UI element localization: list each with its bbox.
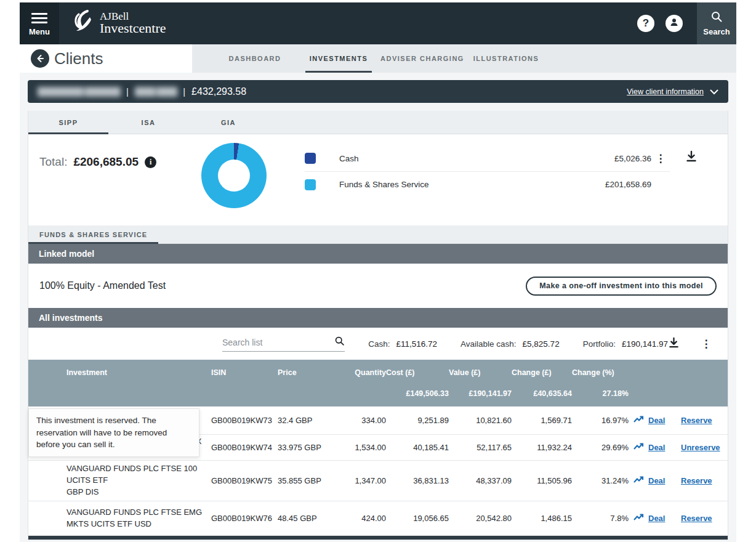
reserve-link[interactable]: Reserve xyxy=(681,416,712,425)
content-area: █████████ ███████ | ████ ████ | £432,293… xyxy=(20,73,736,542)
unreserve-link[interactable]: Unreserve xyxy=(681,443,720,452)
col-isin: ISIN xyxy=(211,367,278,389)
col-quantity: Quantity xyxy=(332,367,386,389)
help-button[interactable]: ? xyxy=(637,15,654,32)
cost: 9,251.89 xyxy=(386,416,449,425)
chevron-down-icon[interactable] xyxy=(710,86,718,97)
kebab-menu-icon[interactable]: ⋮ xyxy=(697,339,715,349)
menu-button[interactable]: Menu xyxy=(20,2,59,44)
tab-adviser-charging[interactable]: ADVISER CHARGING xyxy=(380,44,464,73)
change: 1,486.15 xyxy=(512,514,572,523)
kebab-menu-icon[interactable]: ⋮ xyxy=(651,153,670,164)
deal-link[interactable]: Deal xyxy=(648,514,665,523)
isin: GB00B019KW73 xyxy=(211,416,278,425)
cash-value: £11,516.72 xyxy=(396,339,437,349)
change: 1,569.71 xyxy=(512,416,572,425)
total-cost: £149,506.33 xyxy=(386,389,449,398)
allocation-donut-chart xyxy=(201,143,267,208)
client-name-redacted: █████████ ███████ xyxy=(38,87,120,96)
reserve-link[interactable]: Reserve xyxy=(681,514,712,523)
reserved-tooltip: This investment is reserved. The reserva… xyxy=(28,408,199,457)
cost: 36,831.13 xyxy=(386,476,449,485)
model-name: 100% Equity - Amended Test xyxy=(39,280,526,291)
price: 48.45 GBP xyxy=(278,514,332,523)
change: 11,505.96 xyxy=(512,476,572,485)
search-list-field[interactable] xyxy=(222,336,345,352)
clients-back[interactable]: Clients xyxy=(20,44,192,73)
tab-investments[interactable]: INVESTMENTS xyxy=(297,44,380,73)
tab-sipp[interactable]: SIPP xyxy=(28,111,108,134)
total-value: £206,685.05 xyxy=(73,155,139,169)
value: 52,117.65 xyxy=(449,443,512,452)
col-change-pct: Change (%) xyxy=(572,367,629,389)
value: 10,821.60 xyxy=(449,416,512,425)
change-pct: 29.69% xyxy=(572,443,629,452)
tab-funds-shares-service[interactable]: FUNDS & SHARES SERVICE xyxy=(28,225,158,243)
col-change: Change (£) xyxy=(512,367,572,389)
brand-line2: Investcentre xyxy=(100,22,166,35)
total-label: Total: xyxy=(39,155,67,169)
reserve-link[interactable]: Reserve xyxy=(681,476,712,485)
all-investments-header: All investments xyxy=(28,308,728,328)
cash-color-swatch xyxy=(305,153,316,164)
nav-row: Clients DASHBOARD INVESTMENTS ADVISER CH… xyxy=(20,44,736,73)
one-off-investment-button[interactable]: Make a one-off investment into this mode… xyxy=(526,277,717,296)
tab-dashboard[interactable]: DASHBOARD xyxy=(213,44,297,73)
investment-name: VANGUARD FUNDS PLC FTSE EMG MKTS UCITS E… xyxy=(66,507,211,530)
page-tabs: DASHBOARD INVESTMENTS ADVISER CHARGING I… xyxy=(192,44,736,73)
deal-link[interactable]: Deal xyxy=(648,443,665,452)
price: 33.975 GBP xyxy=(278,443,332,452)
legend-row-cash: Cash £5,026.36 ⋮ xyxy=(305,145,670,171)
col-investment: Investment xyxy=(66,367,211,389)
profile-button[interactable] xyxy=(666,15,683,32)
cropped-next-section xyxy=(28,536,728,540)
cost: 19,056.65 xyxy=(386,514,449,523)
funds-shares-color-swatch xyxy=(305,179,316,190)
deal-link[interactable]: Deal xyxy=(648,416,665,425)
price: 35.855 GBP xyxy=(278,476,332,485)
portfolio-label: Portfolio: xyxy=(583,339,616,349)
trend-up-icon xyxy=(633,514,644,523)
legend-value: £201,658.69 xyxy=(605,180,651,189)
service-tabs: FUNDS & SHARES SERVICE xyxy=(28,225,728,244)
allocation-legend: Cash £5,026.36 ⋮ Funds & Shares Service … xyxy=(305,134,670,225)
brand-text: AJBell Investcentre xyxy=(100,11,166,36)
legend-row-funds-shares: Funds & Shares Service £201,658.69 ⋮ xyxy=(305,171,670,197)
isin: GB00B019KW75 xyxy=(211,476,278,485)
account-summary: Total: £206,685.05 i Cash £5,026.36 ⋮ xyxy=(28,134,728,225)
total-change: £40,635.64 xyxy=(512,389,572,398)
quantity: 424.00 xyxy=(332,514,386,523)
back-arrow-icon[interactable] xyxy=(31,49,49,68)
portfolio-value: £190,141.97 xyxy=(622,339,668,349)
available-cash-label: Available cash: xyxy=(460,339,517,349)
trend-up-icon xyxy=(633,443,644,452)
investments-table-header: Investment ISIN Price Quantity Cost (£) … xyxy=(28,360,728,407)
deal-link[interactable]: Deal xyxy=(648,476,665,485)
cost: 40,185.41 xyxy=(386,443,449,452)
question-icon: ? xyxy=(643,17,649,30)
change-pct: 7.8% xyxy=(572,514,629,523)
linked-model-row: 100% Equity - Amended Test Make a one-of… xyxy=(28,264,728,308)
tab-isa[interactable]: ISA xyxy=(108,111,188,134)
investment-name: VANGUARD FUNDS PLC FTSE 100 UCITS ETF GB… xyxy=(66,463,211,498)
download-icon[interactable] xyxy=(668,337,680,351)
tab-illustrations[interactable]: ILLUSTRATIONS xyxy=(464,44,548,73)
view-client-information-link[interactable]: View client information xyxy=(627,87,704,96)
separator: | xyxy=(126,86,129,97)
linked-model-header: Linked model xyxy=(28,244,728,264)
search-icon xyxy=(334,336,345,349)
account-tabs: SIPP ISA GIA xyxy=(28,111,728,134)
trend-up-icon xyxy=(633,416,644,425)
hamburger-icon xyxy=(31,10,47,26)
price: 32.4 GBP xyxy=(278,416,332,425)
cash-label: Cash: xyxy=(368,339,390,349)
tab-gia[interactable]: GIA xyxy=(188,111,268,134)
download-icon[interactable] xyxy=(685,150,698,225)
search-button[interactable]: Search xyxy=(697,2,736,44)
investments-toolbar: Cash: £11,516.72 Available cash: £5,825.… xyxy=(28,328,728,360)
value: 20,542.80 xyxy=(449,514,512,523)
value: 48,337.09 xyxy=(449,476,512,485)
isin: GB00B019KW74 xyxy=(211,443,278,452)
info-icon[interactable]: i xyxy=(145,156,156,168)
search-list-input[interactable] xyxy=(222,338,334,347)
